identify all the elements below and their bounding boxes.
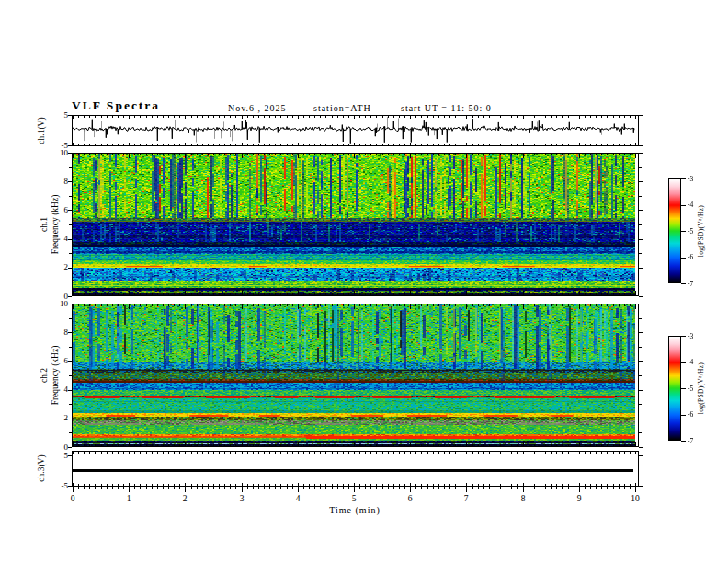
time-tick-label: 6 [400, 494, 420, 503]
time-minor-tick-mark [461, 487, 461, 489]
time-minor-tick-mark [393, 487, 394, 489]
freq-minor-tick-mark [69, 282, 72, 282]
colorbar-tick-mark [681, 178, 686, 179]
wave-tick-label: 5 [44, 110, 68, 120]
time-tick-mark [579, 487, 580, 492]
time-minor-tick-mark [140, 487, 141, 489]
time-minor-tick-mark [506, 487, 506, 489]
time-minor-tick-mark [449, 487, 450, 489]
freq-tick-label: 6 [44, 205, 68, 214]
time-tick-label: 2 [175, 494, 195, 503]
colorbar-tick-mark [681, 388, 686, 389]
time-minor-tick-mark [235, 487, 236, 489]
freq-minor-tick-mark [639, 167, 642, 168]
time-minor-tick-mark [500, 487, 501, 489]
time-minor-tick-mark [382, 487, 383, 489]
wave-tick-mark [639, 455, 643, 456]
time-minor-tick-mark [590, 487, 591, 489]
freq-minor-tick-mark [69, 432, 72, 433]
time-minor-tick-mark [78, 487, 79, 489]
time-minor-tick-mark [551, 487, 552, 489]
colorbar-tick-mark [681, 362, 686, 363]
time-minor-tick-mark [325, 487, 326, 489]
time-minor-tick-mark [202, 487, 203, 489]
time-minor-tick-mark [157, 487, 158, 489]
time-minor-tick-mark [540, 487, 540, 489]
time-minor-tick-mark [574, 487, 574, 489]
freq-minor-tick-mark [639, 404, 642, 405]
freq-tick-mark [639, 268, 643, 269]
time-minor-tick-mark [208, 487, 209, 489]
time-minor-tick-mark [163, 487, 164, 489]
freq-tick-mark [639, 332, 643, 333]
time-minor-tick-mark [275, 487, 276, 489]
time-minor-tick-mark [619, 487, 620, 489]
time-minor-tick-mark [213, 487, 214, 489]
wave-tick-mark [68, 486, 72, 487]
time-minor-tick-mark [388, 487, 389, 489]
freq-tick-mark [68, 361, 72, 362]
time-minor-tick-mark [511, 487, 512, 489]
time-tick-mark [466, 487, 467, 492]
time-minor-tick-mark [101, 487, 102, 489]
time-minor-tick-mark [253, 487, 254, 489]
freq-tick-label: 4 [44, 234, 68, 243]
freq-minor-tick-mark [69, 196, 72, 197]
freq-tick-mark [639, 390, 643, 391]
colorbar-tick-mark [681, 231, 686, 232]
time-minor-tick-mark [444, 487, 445, 489]
time-minor-tick-mark [376, 487, 377, 489]
freq-minor-tick-mark [69, 375, 72, 376]
freq-tick-label: 2 [44, 413, 68, 422]
freq-minor-tick-mark [639, 196, 642, 197]
colorbar-tick-label: -7 [688, 280, 693, 288]
time-minor-tick-mark [455, 487, 456, 489]
time-minor-tick-mark [264, 487, 265, 489]
header-date: Nov.6 , 2025 [228, 103, 287, 113]
ch2-spec-ylabel: ch.2 Frequency (kHz) [39, 325, 61, 426]
time-tick-mark [185, 487, 186, 492]
time-tick-label: 8 [513, 494, 533, 503]
time-minor-tick-mark [197, 487, 198, 489]
colorbar-ch2-label: log(PSD)(V²/Hz) [697, 347, 706, 430]
time-minor-tick-mark [404, 487, 405, 489]
freq-tick-mark [68, 390, 72, 391]
colorbar-tick-label: -6 [688, 410, 693, 419]
time-minor-tick-mark [303, 487, 304, 489]
colorbar-tick-mark [681, 441, 686, 442]
freq-minor-tick-mark [69, 253, 72, 254]
freq-tick-mark [639, 361, 643, 362]
time-tick-label: 0 [63, 494, 83, 503]
time-minor-tick-mark [489, 487, 490, 489]
time-minor-tick-mark [607, 487, 608, 489]
wave-tick-mark [68, 455, 72, 456]
colorbar-tick-label: -5 [688, 227, 693, 236]
freq-tick-label: 6 [44, 356, 68, 365]
freq-minor-tick-mark [639, 224, 642, 225]
time-minor-tick-mark [568, 487, 569, 489]
wave-tick-mark [68, 115, 72, 116]
time-minor-tick-mark [224, 487, 225, 489]
freq-minor-tick-mark [69, 167, 72, 168]
freq-minor-tick-mark [69, 224, 72, 225]
freq-minor-tick-mark [69, 347, 72, 348]
time-minor-tick-mark [534, 487, 535, 489]
time-tick-label: 9 [569, 494, 589, 503]
ch1-spec-ylabel: ch.1 Frequency (kHz) [39, 174, 61, 275]
colorbar-ch2 [668, 336, 681, 441]
time-minor-tick-mark [370, 487, 371, 489]
time-minor-tick-mark [230, 487, 231, 489]
time-minor-tick-mark [517, 487, 518, 489]
ch2-spec-channel-label: ch.2 [39, 325, 50, 426]
time-minor-tick-mark [433, 487, 434, 489]
wave-tick-mark [639, 115, 643, 116]
time-minor-tick-mark [483, 487, 484, 489]
time-minor-tick-mark [191, 487, 192, 489]
time-minor-tick-mark [332, 487, 333, 489]
panel-ch2-spectrogram [72, 304, 639, 447]
colorbar-tick-label: -3 [688, 332, 693, 340]
time-minor-tick-mark [320, 487, 321, 489]
time-tick-label: 1 [119, 494, 139, 503]
colorbar-tick-label: -5 [688, 385, 693, 393]
freq-tick-label: 2 [44, 262, 68, 271]
